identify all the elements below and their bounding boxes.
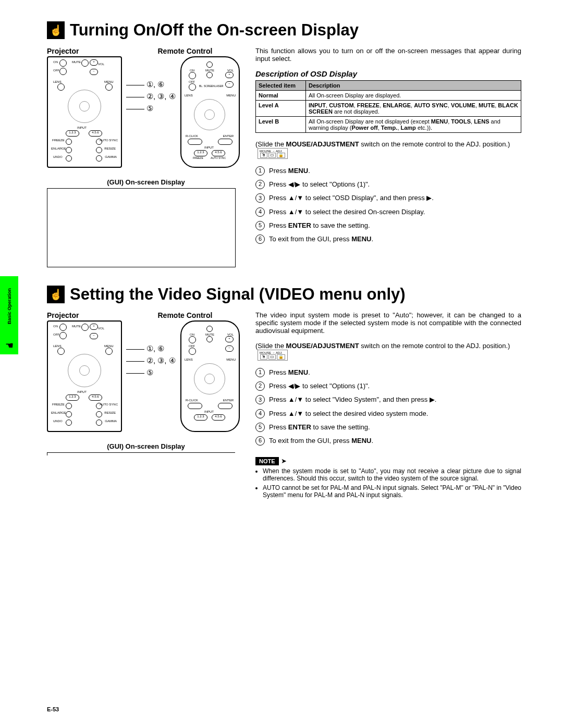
- mouse-adj-icon: MOUSE → ADJ. 🖱▭🔒: [258, 350, 288, 361]
- section1-title: ☝ Turning On/Off the On-screen Display: [47, 21, 521, 40]
- step-marker-1: 1: [255, 166, 265, 176]
- page-number: E-53: [47, 706, 59, 712]
- desc-title: Description of OSD Display: [255, 69, 521, 78]
- projector-label: Projector: [47, 47, 125, 55]
- step-2-text: Press ◀/▶ to select "Options (1)".: [269, 180, 521, 189]
- remote-label-2: Remote Control: [125, 311, 245, 319]
- projector-diagram-2: ON MUTE + VOL OFF − LENS MENU INPUT 1.2.…: [47, 320, 122, 432]
- hand-icon: ☝: [47, 286, 65, 303]
- remote-label: Remote Control: [125, 47, 245, 55]
- diagram-callouts: ①, ⑥ ②, ③, ④ ⑤: [126, 56, 180, 171]
- section1-steps: 1Press MENU. 2Press ◀/▶ to select "Optio…: [255, 166, 521, 244]
- step2-marker-4: 4: [255, 409, 265, 418]
- side-tab-hand-icon: ☚: [0, 336, 18, 354]
- section2-intro: The video input system mode is preset to…: [255, 311, 521, 335]
- hand-icon: ☝: [47, 21, 65, 39]
- section2-steps: 1Press MENU. 2Press ◀/▶ to select "Optio…: [255, 368, 521, 446]
- diagram-callouts-2: ①, ⑥ ②, ③, ④ ⑤: [126, 320, 180, 435]
- osd-row-levelb-desc: All On-screen Display are not displayed …: [306, 117, 521, 133]
- note-label: NOTE: [255, 457, 279, 465]
- section2-title: ☝ Setting the Video Signal (VIDEO menu o…: [47, 285, 521, 304]
- device-diagram-2: ON MUTE + VOL OFF − LENS MENU INPUT 1.2.…: [47, 320, 240, 435]
- osd-th-item: Selected item: [256, 81, 306, 91]
- osd-row-levela: Level A: [256, 101, 306, 117]
- step2-marker-3: 3: [255, 395, 265, 404]
- side-tab-label: Basic Operation: [0, 276, 18, 336]
- step-marker-3: 3: [255, 193, 265, 203]
- step2-marker-2: 2: [255, 381, 265, 391]
- gui-osd-box-2: [47, 452, 235, 455]
- projector-diagram: ON MUTE + VOL OFF − LENS MENU INPUT 1.2.…: [47, 56, 122, 168]
- osd-table: Selected item Description Normal All On-…: [255, 80, 521, 133]
- gui-osd-box: [47, 188, 236, 267]
- gui-osd-label-2: (GUI) On-screen Display: [47, 442, 245, 450]
- osd-th-desc: Description: [306, 81, 521, 91]
- osd-row-normal: Normal: [256, 91, 306, 101]
- gui-osd-label: (GUI) On-screen Display: [47, 178, 245, 186]
- remote-diagram-2: ON MUTE VOL + OFF − LENS MENU R-CLICK EN…: [180, 320, 240, 432]
- slide-note-2: (Slide the MOUSE/ADJUSTMENT switch on th…: [255, 342, 521, 361]
- step2-marker-6: 6: [255, 436, 265, 446]
- step-6-text: To exit from the GUI, press MENU.: [269, 235, 521, 244]
- side-tab: Basic Operation ☚: [0, 276, 18, 354]
- step-marker-2: 2: [255, 180, 265, 189]
- section1-title-text: Turning On/Off the On-screen Display: [70, 21, 359, 40]
- projector-label-2: Projector: [47, 311, 125, 319]
- device-diagram: ON MUTE + VOL OFF − LENS MENU INPUT 1.2.…: [47, 56, 240, 171]
- note-arrow-icon: ➤: [281, 457, 287, 465]
- step-marker-5: 5: [255, 221, 265, 230]
- step2-marker-5: 5: [255, 423, 265, 432]
- step2-marker-1: 1: [255, 368, 265, 377]
- note-2: AUTO cannot be set for PAL-M and PAL-N i…: [263, 484, 521, 499]
- osd-row-normal-desc: All On-screen Display are displayed.: [306, 91, 521, 101]
- slide-note-1: (Slide the MOUSE/ADJUSTMENT switch on th…: [255, 140, 521, 159]
- section1-intro: This function allows you to turn on or o…: [255, 47, 521, 63]
- step-marker-4: 4: [255, 207, 265, 217]
- section2-title-text: Setting the Video Signal (VIDEO menu onl…: [70, 285, 406, 304]
- step-5-text: Press ENTER to save the setting.: [269, 221, 521, 230]
- step-1-text: Press MENU.: [269, 166, 521, 176]
- remote-diagram: ON MUTE VOL + OFF − BL. SCREEN LASER LEN…: [180, 56, 240, 168]
- step-4-text: Press ▲/▼ to select the desired On-scree…: [269, 207, 521, 217]
- osd-row-levelb: Level B: [256, 117, 306, 133]
- section2-notes: When the system mode is set to "Auto", y…: [255, 467, 521, 499]
- step-marker-6: 6: [255, 235, 265, 244]
- mouse-adj-icon: MOUSE → ADJ. 🖱▭🔒: [258, 148, 288, 159]
- note-1: When the system mode is set to "Auto", y…: [263, 467, 521, 482]
- osd-row-levela-desc: INPUT, CUSTOM, FREEZE, ENLARGE, AUTO SYN…: [306, 101, 521, 117]
- step-3-text: Press ▲/▼ to select "OSD Display", and t…: [269, 193, 521, 203]
